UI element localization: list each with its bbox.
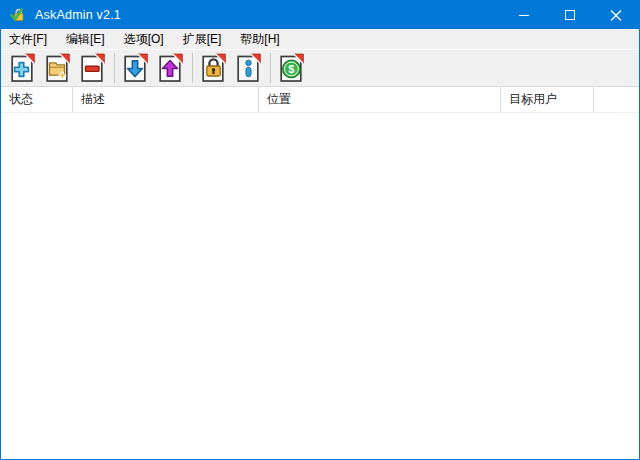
- donate-icon: $: [278, 53, 305, 84]
- column-header-target-user[interactable]: 目标用户: [501, 87, 594, 112]
- column-header-filler: [594, 87, 639, 112]
- add-file-button[interactable]: [8, 52, 37, 84]
- titlebar[interactable]: AskAdmin v2.1: [1, 1, 639, 29]
- menu-item-extensions[interactable]: 扩展[E]: [177, 29, 228, 50]
- info-icon: [235, 53, 262, 84]
- export-button[interactable]: [156, 52, 185, 84]
- column-label: 位置: [267, 91, 291, 108]
- caption-buttons: [501, 1, 639, 29]
- menu-item-edit[interactable]: 编辑[E]: [60, 29, 111, 50]
- toolbar: $: [1, 49, 639, 87]
- remove-file-button[interactable]: [78, 52, 107, 84]
- minimize-icon: [501, 1, 547, 29]
- column-label: 目标用户: [509, 91, 557, 108]
- donate-button[interactable]: $: [277, 52, 306, 84]
- column-label: 描述: [81, 91, 105, 108]
- column-label: 状态: [9, 91, 33, 108]
- menubar: 文件[F] 编辑[E] 选项[O] 扩展[E] 帮助[H]: [1, 29, 639, 49]
- add-folder-icon: [44, 53, 71, 84]
- add-file-icon: [9, 53, 36, 84]
- app-lock-check-icon: [10, 7, 26, 23]
- close-button[interactable]: [593, 1, 639, 29]
- remove-file-icon: [79, 53, 106, 84]
- toolbar-separator: [114, 53, 115, 83]
- menu-item-options[interactable]: 选项[O]: [118, 29, 170, 50]
- file-list[interactable]: [1, 113, 639, 459]
- import-button[interactable]: [121, 52, 150, 84]
- list-header: 状态 描述 位置 目标用户: [1, 87, 639, 113]
- column-header-status[interactable]: 状态: [1, 87, 73, 112]
- toolbar-separator: [270, 53, 271, 83]
- toolbar-separator: [192, 53, 193, 83]
- info-button[interactable]: [234, 52, 263, 84]
- window-title: AskAdmin v2.1: [35, 8, 121, 22]
- export-icon: [157, 53, 184, 84]
- close-icon: [593, 1, 639, 29]
- column-header-description[interactable]: 描述: [73, 87, 259, 112]
- lock-button[interactable]: [199, 52, 228, 84]
- maximize-icon: [547, 1, 593, 29]
- import-icon: [122, 53, 149, 84]
- minimize-button[interactable]: [501, 1, 547, 29]
- menu-item-file[interactable]: 文件[F]: [3, 29, 53, 50]
- dollar-glyph: $: [288, 63, 294, 75]
- lock-icon: [200, 53, 227, 84]
- maximize-button[interactable]: [547, 1, 593, 29]
- add-folder-button[interactable]: [43, 52, 72, 84]
- menu-item-help[interactable]: 帮助[H]: [234, 29, 285, 50]
- column-header-location[interactable]: 位置: [259, 87, 501, 112]
- askadmin-window: AskAdmin v2.1 文件[F] 编辑[E] 选项: [0, 0, 640, 460]
